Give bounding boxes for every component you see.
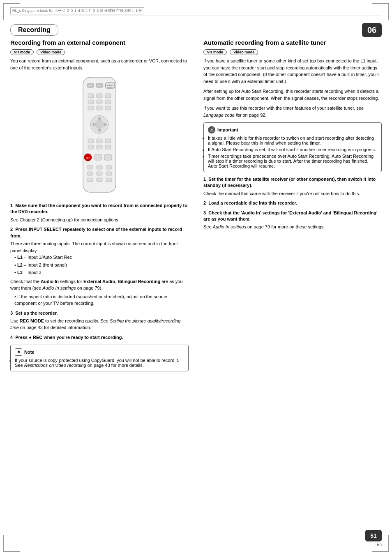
input-l3: L3 – Input 3: [14, 269, 189, 276]
right-section-para2: After setting up for Auto Start Recordin…: [203, 88, 382, 101]
svg-rect-24: [105, 139, 111, 143]
vr-mode-badge: VR mode: [10, 49, 34, 55]
right-step1-body: Check the manual that came with the rece…: [203, 190, 382, 197]
svg-rect-34: [106, 166, 112, 169]
left-column: Recording from an external component VR …: [10, 39, 193, 530]
important-item1: It takes a little while for this recorde…: [208, 136, 377, 145]
input-l2: L2 – Input 2 (front panel): [14, 262, 189, 269]
svg-rect-35: [87, 172, 93, 175]
file-info-bar: RL_s Singapore.book 51 ページ ２０１４年４月２３日 金曜…: [10, 7, 382, 16]
left-step1-title: 1 Make sure that the component you want …: [10, 203, 189, 215]
input-list: L1 – Input 1/Auto Start Rec L2 – Input 2…: [10, 254, 189, 276]
important-box: ⚠ Important It takes a little while for …: [203, 122, 382, 172]
video-mode-badge: Video mode: [37, 49, 65, 55]
svg-rect-12: [105, 100, 111, 104]
svg-rect-8: [97, 94, 102, 98]
svg-rect-1: [87, 83, 94, 88]
left-step2-bullets: If the aspect ratio is distorted (squash…: [10, 293, 189, 307]
page-title: Recording: [10, 24, 58, 36]
svg-rect-36: [97, 172, 102, 175]
important-item3: Timer recordings take precedence over Au…: [208, 154, 377, 168]
right-section-para3: If you want to use this recorder with th…: [203, 105, 382, 118]
svg-text:SELECT: SELECT: [107, 87, 113, 89]
svg-rect-40: [106, 178, 112, 182]
right-column: Automatic recording from a satellite tun…: [201, 39, 382, 530]
svg-rect-32: [87, 166, 93, 169]
svg-rect-10: [88, 100, 94, 104]
note-item1: If your source is copy-protected using C…: [15, 358, 184, 368]
left-section-intro: You can record from an external componen…: [10, 58, 189, 71]
important-item2: If Auto Start Recording is set, it will …: [208, 147, 377, 152]
svg-rect-39: [97, 178, 102, 182]
right-step3-body: See Audio In settings on page 79 for mor…: [203, 223, 382, 230]
input-l1: L1 – Input 1/Auto Start Rec: [14, 254, 189, 261]
note-box-header: ✎ Note: [15, 348, 184, 356]
svg-rect-26: [97, 145, 102, 149]
left-step2-bullet1: If the aspect ratio is distorted (squash…: [14, 293, 189, 307]
svg-rect-15: [105, 106, 111, 110]
left-step3: 3 Set up the recorder. Use REC MODE to s…: [10, 310, 189, 331]
svg-point-17: [95, 120, 104, 129]
note-icon: ✎: [15, 348, 22, 356]
svg-rect-37: [106, 172, 112, 175]
left-step2-title: 2 Press INPUT SELECT repeatedly to selec…: [10, 226, 189, 239]
right-step3-title: 3 Check that the 'Audio In' settings for…: [203, 210, 382, 223]
right-step3: 3 Check that the 'Audio In' settings for…: [203, 210, 382, 230]
right-step1-title: 1 Set the timer for the satellite receiv…: [203, 176, 382, 189]
right-section-intro: If you have a satellite tuner or some ot…: [203, 58, 382, 85]
right-section-modes: VR mode Video mode: [203, 49, 382, 58]
svg-rect-2: [96, 83, 103, 88]
left-step1: 1 Make sure that the component you want …: [10, 203, 189, 223]
remote-svg: INPUT SELECT: [75, 75, 124, 198]
svg-rect-38: [87, 178, 93, 182]
important-box-header: ⚠ Important: [208, 126, 377, 134]
remote-control-image: INPUT SELECT: [10, 75, 189, 198]
svg-text:REC: REC: [86, 157, 90, 159]
page-number: 51: [365, 530, 382, 541]
left-step2: 2 Press INPUT SELECT repeatedly to selec…: [10, 226, 189, 306]
note-box: ✎ Note If your source is copy-protected …: [10, 345, 189, 371]
svg-rect-33: [97, 166, 102, 169]
note-list: If your source is copy-protected using C…: [15, 358, 184, 368]
svg-rect-9: [105, 94, 111, 98]
svg-rect-14: [97, 106, 102, 110]
svg-rect-22: [88, 139, 94, 143]
svg-rect-7: [88, 94, 94, 98]
left-step3-body: Use REC MODE to set the recording qualit…: [10, 318, 189, 331]
left-section-modes: VR mode Video mode: [10, 49, 189, 58]
file-info-text: RL_s Singapore.book 51 ページ ２０１４年４月２３日 金曜…: [10, 7, 144, 14]
left-section-title: Recording from an external component: [10, 39, 189, 46]
important-list: It takes a little while for this recorde…: [208, 136, 377, 168]
svg-rect-31: [104, 154, 112, 160]
left-step1-body: See Chapter 2 (Connecting up) for connec…: [10, 216, 189, 223]
right-vr-mode-badge: VR mode: [203, 49, 227, 55]
svg-rect-13: [88, 106, 94, 110]
chapter-badge: 06: [362, 23, 382, 37]
svg-rect-27: [105, 145, 111, 149]
svg-rect-23: [97, 139, 102, 143]
important-icon: ⚠: [208, 126, 215, 134]
svg-rect-30: [95, 154, 102, 160]
svg-rect-25: [88, 145, 94, 149]
header-bar: Recording 06: [10, 23, 382, 37]
left-step2-body: There are three analog inputs. The curre…: [10, 240, 189, 307]
right-section-title: Automatic recording from a satellite tun…: [203, 39, 382, 46]
content-area: Recording from an external component VR …: [10, 39, 382, 530]
svg-rect-11: [97, 100, 102, 104]
right-video-mode-badge: Video mode: [230, 49, 258, 55]
page-footer: 51 En: [365, 530, 382, 547]
left-step4-title: 4 Press ● REC when you're ready to start…: [10, 334, 189, 341]
left-step3-title: 3 Set up the recorder.: [10, 310, 189, 316]
right-step1: 1 Set the timer for the satellite receiv…: [203, 176, 382, 197]
page-lang: En: [377, 542, 382, 547]
left-step2-body2: Check that the Audio In settings for Ext…: [10, 278, 189, 292]
important-label: Important: [217, 127, 238, 132]
right-step2: 2 Load a recordable disc into this recor…: [203, 200, 382, 206]
note-label: Note: [24, 350, 34, 355]
corner-decoration-bl: [3, 535, 20, 552]
right-step2-title: 2 Load a recordable disc into this recor…: [203, 200, 382, 206]
left-step4: 4 Press ● REC when you're ready to start…: [10, 334, 189, 371]
